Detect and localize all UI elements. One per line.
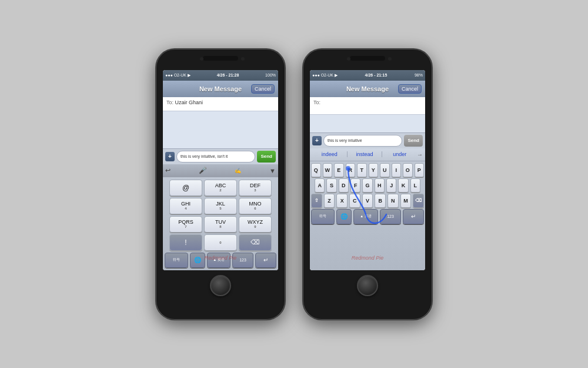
phone-2-key-r[interactable]: R	[346, 163, 356, 177]
phone-1-key-lang[interactable]: ▲ 英语	[207, 253, 230, 268]
phone-1-nav-bar: New Message Cancel	[163, 81, 278, 97]
phone-1-key-pqrs[interactable]: PQRS 7	[169, 216, 202, 233]
phone-2-key-x[interactable]: X	[336, 194, 348, 208]
phone-2-key-row-3: ⇧ Z X C V B N M ⌫	[311, 194, 424, 208]
phone-2-key-e[interactable]: E	[334, 163, 344, 177]
phone-2-key-w[interactable]: W	[323, 163, 333, 177]
phone-1-key-row-shift: ! 0 ⌫	[165, 234, 276, 251]
phone-1-key-row-1: @ ABC 2 DEF 3	[165, 180, 276, 196]
phone-2-status-right: 98%	[415, 73, 423, 77]
phone-2-key-u[interactable]: U	[380, 163, 390, 177]
phone-1-status-left: ●●● O2-UK ▶	[165, 73, 191, 78]
phone-2-autocomplete-indeed[interactable]: indeed	[312, 151, 347, 157]
phone-1-toolbar-chevron-icon[interactable]: ▼	[269, 167, 276, 174]
phone-2-key-p[interactable]: P	[415, 163, 425, 177]
phone-1: ●●● O2-UK ▶ 4/26 - 21:28 100% New Messag…	[156, 49, 285, 320]
phone-2-key-y[interactable]: Y	[369, 163, 379, 177]
phone-2-key-fugo[interactable]: 符号	[311, 209, 335, 224]
phone-1-key-123[interactable]: 123	[232, 253, 253, 268]
phone-1-key-abc[interactable]: ABC 2	[204, 180, 237, 196]
phone-1-status-center: 4/26 - 21:28	[217, 73, 239, 77]
phone-1-toolbar-return-icon[interactable]: ↩	[165, 167, 171, 174]
phone-2-key-m[interactable]: M	[400, 194, 412, 208]
phone-1-text-input-row: + this is very intuitive, isn't it Send	[163, 148, 278, 164]
phone-1-message-area[interactable]	[163, 111, 278, 148]
phone-2-key-t[interactable]: T	[357, 163, 367, 177]
phone-1-key-fugo[interactable]: 符号	[165, 253, 188, 268]
phone-2-nav-bar: New Message Cancel	[310, 81, 425, 97]
phone-1-key-mno[interactable]: MNO 6	[239, 198, 272, 214]
phone-1-text-field[interactable]: this is very intuitive, isn't it	[176, 151, 255, 163]
phone-1-key-globe[interactable]: 🌐	[190, 253, 205, 268]
phone-1-send-button[interactable]: Send	[257, 151, 276, 163]
phone-1-to-label: To:	[166, 100, 173, 105]
phone-2-key-row-2: A S D F G H J K L	[311, 178, 424, 193]
phone-2-key-o[interactable]: O	[403, 163, 413, 177]
phone-1-key-space[interactable]: 0	[204, 234, 237, 251]
phone-2-send-button[interactable]: Send	[404, 135, 423, 147]
phone-1-cancel-button[interactable]: Cancel	[251, 84, 275, 94]
phone-1-toolbar-handwriting-icon[interactable]: ✍	[235, 168, 241, 174]
phone-2-key-row-bottom: 符号 🌐 ▲ 英语 123 ↵	[311, 209, 424, 224]
phone-2: ●●● O2-UK ▶ 4/26 - 21:15 98% New Message…	[303, 49, 432, 320]
phone-2-qwerty-keyboard: Q W E R T Y U I O P A S	[310, 161, 425, 270]
phone-2-key-b[interactable]: B	[375, 194, 386, 208]
phone-2-key-shift[interactable]: ⇧	[311, 194, 322, 208]
phone-1-key-return[interactable]: ↵	[255, 253, 276, 268]
phone-2-key-j[interactable]: J	[386, 178, 396, 193]
phone-2-message-area[interactable]	[310, 115, 425, 132]
phone-2-compose-button[interactable]: +	[312, 136, 322, 145]
phone-2-key-globe[interactable]: 🌐	[336, 209, 352, 224]
phone-1-wrapper: ●●● O2-UK ▶ 4/26 - 21:28 100% New Messag…	[156, 49, 285, 320]
phone-1-key-jkl[interactable]: JKL 5	[204, 198, 237, 214]
phone-2-key-c[interactable]: C	[349, 194, 360, 208]
phone-2-key-i[interactable]: I	[392, 163, 402, 177]
phone-2-key-n[interactable]: N	[387, 194, 399, 208]
phone-2-autocomplete-instead[interactable]: instead	[347, 151, 383, 157]
phone-2-to-label: To:	[313, 100, 320, 105]
phone-2-key-h[interactable]: H	[375, 178, 385, 193]
phone-2-key-123[interactable]: 123	[380, 209, 401, 224]
phone-1-home-button[interactable]	[210, 275, 231, 296]
phone-1-status-bar: ●●● O2-UK ▶ 4/26 - 21:28 100%	[163, 70, 278, 81]
phone-2-text-field[interactable]: this is very intuitive	[323, 135, 402, 147]
phone-2-key-row-1: Q W E R T Y U I O P	[311, 163, 424, 177]
phone-2-status-bar: ●●● O2-UK ▶ 4/26 - 21:15 98%	[310, 70, 425, 81]
phone-2-autocomplete-under[interactable]: under	[382, 151, 417, 157]
phone-2-key-q[interactable]: Q	[311, 163, 321, 177]
phone-2-key-s[interactable]: S	[326, 178, 336, 193]
phone-2-key-delete[interactable]: ⌫	[413, 194, 424, 208]
phone-2-autocomplete-bar: indeed instead under →	[310, 148, 425, 161]
phone-2-key-return[interactable]: ↵	[403, 209, 424, 224]
phone-1-key-exclaim[interactable]: !	[169, 234, 202, 251]
phone-2-wrapper: ●●● O2-UK ▶ 4/26 - 21:15 98% New Message…	[303, 49, 432, 320]
phone-1-toolbar-mic-icon[interactable]: 🎤	[199, 167, 207, 174]
phone-1-key-at[interactable]: @	[169, 180, 202, 196]
phone-1-compose-button[interactable]: +	[165, 152, 175, 161]
phone-2-cancel-button[interactable]: Cancel	[398, 84, 422, 94]
phone-2-key-lang[interactable]: ▲ 英语	[353, 209, 378, 224]
phone-1-key-tuv[interactable]: TUV 8	[204, 216, 237, 233]
phone-1-to-field: To: Uzair Ghani	[163, 97, 278, 111]
phone-1-key-ghi[interactable]: GHI 4	[169, 198, 202, 214]
phone-2-key-v[interactable]: V	[362, 194, 373, 208]
phone-2-key-l[interactable]: L	[410, 178, 420, 193]
phone-2-nav-title: New Message	[346, 85, 389, 92]
phone-2-key-g[interactable]: G	[362, 178, 372, 193]
phone-1-key-delete[interactable]: ⌫	[239, 234, 272, 251]
phone-2-text-input-row: + this is very intuitive Send	[310, 132, 425, 148]
phone-1-nav-title: New Message	[199, 85, 242, 92]
phone-1-keyboard-toolbar: ↩ 🎤 ✍ ▼	[163, 164, 278, 177]
phone-1-key-def[interactable]: DEF 3	[239, 180, 272, 196]
phone-2-status-center: 4/26 - 21:15	[365, 73, 387, 77]
phone-2-screen: ●●● O2-UK ▶ 4/26 - 21:15 98% New Message…	[310, 70, 425, 270]
phone-2-key-f[interactable]: F	[350, 178, 360, 193]
phone-2-key-d[interactable]: D	[339, 178, 349, 193]
phone-1-key-wxyz[interactable]: WXYZ 9	[239, 216, 272, 233]
phone-2-key-k[interactable]: K	[398, 178, 408, 193]
phone-2-key-a[interactable]: A	[315, 178, 325, 193]
phone-2-autocomplete-arrow[interactable]: →	[417, 151, 423, 158]
phone-2-home-button[interactable]	[357, 275, 378, 296]
phone-2-key-z[interactable]: Z	[324, 194, 335, 208]
phone-1-key-row-2: GHI 4 JKL 5 MNO 6	[165, 198, 276, 214]
